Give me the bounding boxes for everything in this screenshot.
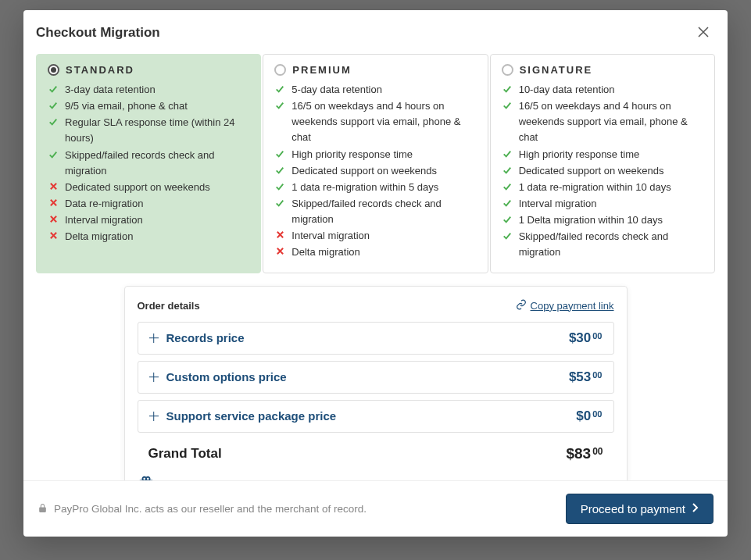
modal-backdrop: Checkout Migration STANDARD3-day data re… bbox=[0, 0, 751, 560]
check-icon bbox=[502, 182, 513, 191]
grand-total-cents: 00 bbox=[592, 446, 603, 457]
gift-icon bbox=[138, 475, 155, 480]
expand-icon bbox=[149, 334, 159, 343]
feature-item: 16/5 on weekdays and 4 hours on weekends… bbox=[274, 98, 476, 145]
cross-icon bbox=[48, 198, 59, 207]
modal-title: Checkout Migration bbox=[36, 25, 160, 41]
cross-icon bbox=[274, 247, 285, 255]
check-icon bbox=[274, 84, 285, 94]
check-icon bbox=[48, 84, 59, 94]
close-icon bbox=[696, 25, 710, 41]
line-amount: $53 bbox=[569, 369, 591, 385]
feature-list: 3-day data retention9/5 via email, phone… bbox=[48, 82, 249, 244]
order-line-item[interactable]: Support service package price$000 bbox=[138, 400, 614, 433]
feature-item: Dedicated support on weekends bbox=[502, 163, 703, 179]
merchant-notice: PayPro Global Inc. acts as our reseller … bbox=[38, 502, 367, 516]
line-price: $3000 bbox=[569, 330, 603, 346]
plan-name: STANDARD bbox=[66, 64, 134, 76]
feature-item: 1 Delta migration within 10 days bbox=[502, 212, 703, 228]
order-line-item[interactable]: Records price$3000 bbox=[138, 322, 614, 355]
feature-item: Interval migration bbox=[274, 228, 476, 244]
check-icon bbox=[274, 101, 285, 110]
feature-text: Skipped/failed records check and migrati… bbox=[291, 196, 476, 227]
plan-header: SIGNATURE bbox=[502, 64, 703, 76]
plan-header: PREMIUM bbox=[274, 64, 476, 76]
chevron-right-icon bbox=[692, 502, 699, 515]
expand-icon bbox=[149, 412, 159, 421]
feature-item: Data re-migration bbox=[48, 196, 249, 212]
feature-text: Dedicated support on weekends bbox=[65, 180, 210, 195]
feature-item: 1 data re-migration within 5 days bbox=[274, 180, 476, 195]
check-icon bbox=[502, 198, 513, 208]
feature-item: Regular SLA response time (within 24 hou… bbox=[48, 115, 249, 146]
grand-total-label: Grand Total bbox=[148, 446, 222, 462]
feature-text: Dedicated support on weekends bbox=[519, 163, 664, 179]
check-icon bbox=[274, 166, 285, 175]
plan-header: STANDARD bbox=[48, 64, 249, 76]
line-left: Support service package price bbox=[149, 409, 337, 423]
modal-header: Checkout Migration bbox=[23, 10, 728, 54]
feature-item: Interval migration bbox=[48, 212, 249, 228]
feature-text: Skipped/failed records check and migrati… bbox=[65, 148, 249, 179]
plan-name: PREMIUM bbox=[292, 64, 351, 76]
feature-text: High priority response time bbox=[519, 147, 640, 162]
line-left: Records price bbox=[149, 331, 245, 344]
feature-text: Dedicated support on weekends bbox=[291, 163, 437, 179]
grand-total-row: Grand Total $83 00 bbox=[138, 441, 614, 464]
check-icon bbox=[502, 215, 513, 224]
check-icon bbox=[48, 101, 59, 110]
check-icon bbox=[274, 182, 285, 191]
check-icon bbox=[274, 198, 285, 208]
feature-text: Interval migration bbox=[291, 228, 370, 244]
line-cents: 00 bbox=[592, 370, 602, 380]
line-left: Custom options price bbox=[149, 370, 287, 383]
grand-total-amount: $83 00 bbox=[566, 445, 603, 462]
feature-text: Interval migration bbox=[65, 212, 143, 228]
merchant-text: PayPro Global Inc. acts as our reseller … bbox=[54, 503, 367, 515]
feature-item: High priority response time bbox=[274, 147, 476, 162]
feature-text: 10-day data retention bbox=[519, 82, 615, 98]
order-line-item[interactable]: Custom options price$5300 bbox=[138, 361, 614, 394]
feature-text: 5-day data retention bbox=[291, 82, 382, 98]
feature-item: 3-day data retention bbox=[48, 82, 249, 98]
order-line-items: Records price$3000Custom options price$5… bbox=[138, 322, 614, 433]
order-title: Order details bbox=[138, 300, 200, 312]
line-amount: $0 bbox=[576, 408, 591, 424]
feature-item: 5-day data retention bbox=[274, 82, 476, 98]
feature-item: Skipped/failed records check and migrati… bbox=[274, 196, 476, 227]
line-cents: 00 bbox=[592, 409, 602, 419]
feature-item: Delta migration bbox=[48, 229, 249, 244]
feature-item: Skipped/failed records check and migrati… bbox=[502, 229, 703, 260]
plan-radio[interactable] bbox=[48, 64, 59, 76]
feature-text: 16/5 on weekdays and 4 hours on weekends… bbox=[291, 98, 476, 145]
feature-list: 10-day data retention16/5 on weekdays an… bbox=[502, 82, 703, 261]
feature-text: Data re-migration bbox=[65, 196, 143, 212]
proceed-to-payment-button[interactable]: Proceed to payment bbox=[566, 494, 713, 524]
feature-text: 3-day data retention bbox=[65, 82, 156, 98]
copy-payment-link[interactable]: Copy payment link bbox=[516, 299, 614, 312]
feature-item: High priority response time bbox=[502, 147, 703, 162]
lock-icon bbox=[38, 502, 48, 516]
check-icon bbox=[502, 231, 513, 241]
feature-text: Regular SLA response time (within 24 hou… bbox=[65, 115, 249, 146]
line-label: Records price bbox=[166, 331, 245, 344]
cross-icon bbox=[274, 230, 285, 239]
feature-item: Dedicated support on weekends bbox=[48, 180, 249, 195]
proceed-label: Proceed to payment bbox=[581, 502, 685, 515]
feature-item: 9/5 via email, phone & chat bbox=[48, 98, 249, 114]
cross-icon bbox=[48, 231, 59, 240]
feature-list: 5-day data retention16/5 on weekdays and… bbox=[274, 82, 476, 261]
feature-item: 1 data re-migration within 10 days bbox=[502, 180, 703, 195]
plan-card-signature[interactable]: SIGNATURE10-day data retention16/5 on we… bbox=[490, 54, 715, 273]
coupon-section: I have a coupon bbox=[138, 475, 614, 480]
plan-card-premium[interactable]: PREMIUM5-day data retention16/5 on weekd… bbox=[263, 54, 488, 273]
modal-footer: PayPro Global Inc. acts as our reseller … bbox=[23, 480, 728, 537]
feature-text: 9/5 via email, phone & chat bbox=[65, 98, 188, 114]
link-icon bbox=[516, 299, 527, 312]
plan-radio[interactable] bbox=[274, 64, 286, 76]
feature-text: 16/5 on weekdays and 4 hours on weekends… bbox=[519, 98, 703, 145]
copy-link-label: Copy payment link bbox=[531, 300, 614, 312]
plan-radio[interactable] bbox=[502, 64, 513, 76]
plan-card-standard[interactable]: STANDARD3-day data retention9/5 via emai… bbox=[36, 54, 261, 273]
close-button[interactable] bbox=[693, 23, 713, 43]
